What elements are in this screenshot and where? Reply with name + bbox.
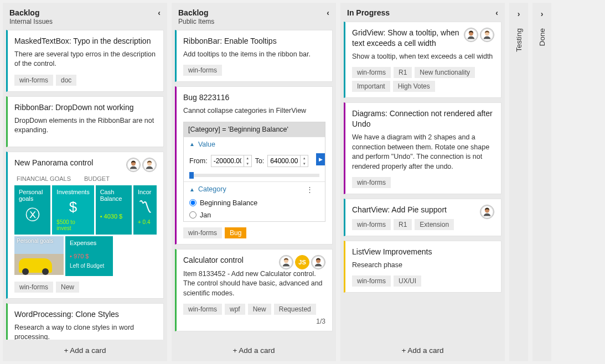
filter-section-header[interactable]: ▲ Value bbox=[184, 137, 325, 152]
column-subtitle: Internal Issues bbox=[9, 18, 53, 25]
avatar bbox=[279, 255, 293, 269]
avatar bbox=[480, 205, 494, 219]
to-input[interactable]: ▲▼ bbox=[267, 155, 308, 167]
add-card-button[interactable]: + Add a card bbox=[172, 340, 336, 361]
card-tag[interactable]: win-forms bbox=[14, 282, 53, 293]
card-tag[interactable]: New functionality bbox=[415, 67, 475, 78]
card-title: GridView: Show a tooltip, when text exce… bbox=[352, 28, 461, 49]
avatar bbox=[464, 28, 478, 42]
caret-up-icon: ▲ bbox=[189, 141, 195, 147]
filter-option[interactable]: Jan bbox=[184, 209, 325, 221]
filter-expression: [Category] = 'Beginning Balance' bbox=[184, 122, 325, 137]
kanban-card[interactable]: New Panorama control FINANCIAL GOALSBUDG… bbox=[6, 152, 164, 299]
card-tag[interactable]: New bbox=[56, 282, 79, 293]
tile-image[interactable]: Personal goals bbox=[14, 236, 64, 275]
card-tag[interactable]: win-forms bbox=[352, 177, 391, 188]
kanban-card[interactable]: Bug 8223116 Cannot collapse categories i… bbox=[175, 86, 333, 244]
kanban-card[interactable]: ListView Improvements Research phase win… bbox=[344, 241, 501, 293]
card-tag[interactable]: Important bbox=[352, 81, 390, 92]
kanban-column: Backlog Public Items ‹ RibbonBar: Enable… bbox=[172, 3, 336, 361]
filter-section-header[interactable]: ▲ Category⋮ bbox=[184, 182, 325, 197]
card-description: DropDown elements in the RibbonBar are n… bbox=[14, 116, 157, 136]
column-title: Backlog bbox=[9, 8, 53, 17]
kanban-card[interactable]: RibbonBar: Enable Tooltips Add tooltips … bbox=[175, 30, 333, 82]
filter-option[interactable]: Beginning Balance bbox=[184, 197, 325, 209]
card-tag[interactable]: win-forms bbox=[183, 227, 222, 238]
card-tag[interactable]: R1 bbox=[394, 67, 412, 78]
card-title: Calculator control bbox=[183, 255, 276, 266]
avatar bbox=[142, 158, 157, 172]
panorama-tab[interactable]: FINANCIAL GOALS bbox=[17, 175, 71, 182]
card-tag[interactable]: Extension bbox=[415, 219, 454, 230]
kanban-card[interactable]: MaskedTextBox: Typo in the description T… bbox=[6, 30, 164, 92]
card-description: Show a tooltip, when text exceeds a cell… bbox=[352, 52, 494, 62]
kanban-column-collapsed[interactable]: › Testing bbox=[509, 3, 528, 361]
kanban-card[interactable]: WordProcessing: Clone Styles Research a … bbox=[6, 303, 164, 340]
tile[interactable]: Investments$$500 to invest bbox=[52, 185, 94, 235]
column-title: Testing bbox=[515, 28, 523, 52]
avatar bbox=[480, 28, 494, 42]
add-card-button[interactable]: + Add a card bbox=[3, 340, 167, 361]
kanban-card[interactable]: Diagrams: Connection not rendered after … bbox=[344, 102, 501, 194]
card-tag[interactable]: win-forms bbox=[183, 304, 222, 315]
card-title: New Panorama control bbox=[14, 158, 123, 168]
tile[interactable]: Personal goalsⓧ bbox=[14, 185, 50, 235]
kanban-column-collapsed[interactable]: › Done bbox=[532, 3, 551, 361]
card-tag[interactable]: R1 bbox=[394, 219, 412, 230]
card-tag[interactable]: win-forms bbox=[352, 67, 391, 78]
card-tag[interactable]: High Votes bbox=[393, 81, 435, 92]
chevron-left-icon[interactable]: ‹ bbox=[327, 8, 329, 17]
kanban-column: Backlog Internal Issues ‹ MaskedTextBox:… bbox=[3, 3, 167, 361]
card-tag[interactable]: UX/UI bbox=[394, 275, 421, 287]
card-title: Bug 8223116 bbox=[183, 92, 325, 103]
panorama-embed: FINANCIAL GOALSBUDGET Personal goalsⓧ In… bbox=[14, 175, 157, 276]
card-description: Cannot collapse categories in FilterView bbox=[183, 106, 325, 116]
kanban-card[interactable]: RibbonBar: DropDown not working DropDown… bbox=[6, 96, 164, 147]
card-tag[interactable]: wpf bbox=[225, 304, 245, 315]
card-title: MaskedTextBox: Typo in the description bbox=[14, 36, 157, 46]
kanban-column: In Progress ‹ GridView: Show a tooltip, … bbox=[340, 3, 505, 361]
avatar: JS bbox=[295, 255, 309, 269]
column-title: Backlog bbox=[178, 8, 214, 17]
card-tag[interactable]: doc bbox=[56, 75, 76, 86]
kanban-card[interactable]: ChartView: Add Pie support win-formsR1Ex… bbox=[344, 199, 501, 236]
avatar bbox=[126, 158, 141, 172]
card-tag[interactable]: win-forms bbox=[352, 219, 391, 230]
card-tag[interactable]: New bbox=[248, 304, 271, 315]
card-description: Research a way to clone styles in word p… bbox=[14, 323, 157, 340]
card-tag-bug[interactable]: Bug bbox=[225, 227, 246, 238]
kanban-card[interactable]: GridView: Show a tooltip, when text exce… bbox=[344, 22, 501, 98]
avatar bbox=[311, 255, 325, 269]
card-tag[interactable]: win-forms bbox=[352, 275, 391, 287]
chevron-right-icon[interactable]: › bbox=[518, 9, 520, 18]
tile[interactable]: Cash Balance4030 $ bbox=[96, 185, 132, 235]
card-title: Diagrams: Connection not rendered after … bbox=[352, 108, 494, 129]
column-subtitle: Public Items bbox=[178, 18, 214, 25]
card-description: There are several typo erros in the desc… bbox=[14, 50, 157, 69]
tile[interactable]: Expenses970 $Left of Budget bbox=[65, 236, 113, 276]
card-title: ListView Improvements bbox=[352, 247, 494, 257]
to-label: To: bbox=[255, 157, 265, 165]
card-tag[interactable]: win-forms bbox=[14, 75, 53, 86]
tile[interactable]: Incor〽+ 0.4 bbox=[133, 185, 157, 235]
card-tag[interactable]: win-forms bbox=[183, 65, 222, 76]
more-icon[interactable]: ⋮ bbox=[306, 185, 319, 194]
filterview-embed: [Category] = 'Beginning Balance' ▲ Value… bbox=[183, 122, 325, 222]
card-description: We have a diagram with 2 shapes and a co… bbox=[352, 133, 494, 171]
card-title: RibbonBar: Enable Tooltips bbox=[183, 36, 325, 46]
chevron-left-icon[interactable]: ‹ bbox=[495, 8, 498, 17]
chevron-left-icon[interactable]: ‹ bbox=[158, 8, 161, 17]
from-input[interactable]: ▲▼ bbox=[211, 155, 252, 167]
kanban-card[interactable]: Calculator control JS Item 8133452 - Add… bbox=[175, 249, 333, 332]
play-icon[interactable]: ▶ bbox=[316, 153, 325, 165]
card-description: Research phase bbox=[352, 261, 494, 271]
from-label: From: bbox=[189, 157, 208, 165]
card-tag[interactable]: Requested bbox=[274, 304, 316, 315]
card-description: Item 8133452 - Add new Calculator contro… bbox=[183, 269, 325, 299]
caret-up-icon: ▲ bbox=[189, 186, 195, 193]
card-title: WordProcessing: Clone Styles bbox=[14, 309, 157, 320]
range-slider[interactable] bbox=[189, 174, 319, 177]
panorama-tab[interactable]: BUDGET bbox=[84, 175, 110, 182]
add-card-button[interactable]: + Add a card bbox=[340, 340, 505, 361]
chevron-right-icon[interactable]: › bbox=[541, 9, 544, 18]
